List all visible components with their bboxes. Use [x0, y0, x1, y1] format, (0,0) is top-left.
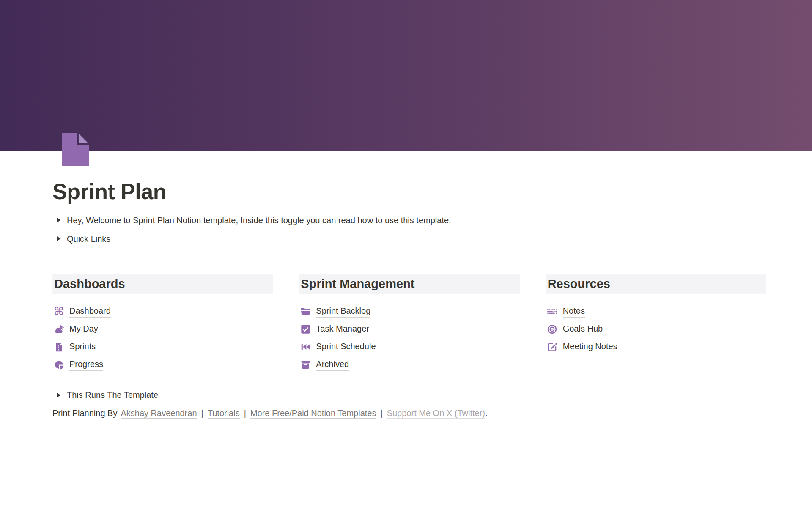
- toggle-runs-template-label: This Runs The Template: [67, 389, 158, 401]
- page-link-dashboard[interactable]: ⌘ Dashboard: [52, 302, 273, 320]
- footer-period: .: [485, 408, 488, 418]
- toggle-runs-template[interactable]: This Runs The Template: [52, 389, 766, 401]
- toggle-welcome-label: Hey, Welcome to Sprint Plan Notion templ…: [67, 214, 451, 227]
- divider: [52, 298, 273, 298]
- toggle-triangle-icon: [56, 236, 61, 241]
- separator: |: [380, 408, 382, 418]
- pie-chart-icon: [53, 359, 64, 370]
- toggle-quick-links-label: Quick Links: [67, 233, 110, 245]
- page-link-sprint-schedule[interactable]: Sprint Schedule: [299, 338, 519, 356]
- page-title: Sprint Plan: [52, 179, 766, 205]
- toggle-triangle-icon: [56, 392, 61, 398]
- folder-icon: [300, 306, 311, 317]
- page-content: Sprint Plan Hey, Welcome to Sprint Plan …: [52, 151, 766, 419]
- toggle-triangle-icon: [56, 217, 61, 223]
- author-link[interactable]: Akshay Raveendran: [121, 408, 197, 419]
- page-icon: [53, 341, 64, 352]
- page-link-meeting-notes[interactable]: Meeting Notes: [546, 338, 766, 356]
- divider: [52, 382, 766, 382]
- keyboard-icon: [547, 306, 558, 317]
- column-header-dashboards: Dashboards: [52, 274, 273, 294]
- page-link-sprints[interactable]: Sprints: [52, 338, 273, 356]
- column-sprint-management: Sprint Management Sprint Backlog: [299, 274, 519, 373]
- page-link-archived[interactable]: Archived: [299, 356, 519, 373]
- link-columns: Dashboards ⌘ Dashboard: [52, 274, 766, 373]
- page-link-goals-hub[interactable]: Goals Hub: [546, 320, 766, 338]
- page-link-task-manager[interactable]: Task Manager: [299, 320, 519, 338]
- separator: |: [244, 408, 246, 418]
- column-header-sprint-management: Sprint Management: [299, 274, 519, 294]
- rewind-icon: [300, 341, 311, 352]
- link-list: ⌘ Dashboard My Day: [52, 302, 273, 373]
- page-cover: [0, 0, 812, 151]
- archive-icon: [300, 359, 311, 370]
- page-link-notes[interactable]: Notes: [546, 302, 766, 320]
- column-header-resources: Resources: [546, 274, 766, 294]
- sun-behind-cloud-icon: [53, 323, 64, 334]
- divider: [546, 298, 766, 298]
- separator: |: [201, 408, 203, 418]
- column-resources: Resources Notes: [546, 274, 766, 373]
- footer-credits: Print Planning ByAkshay Raveendran|Tutor…: [52, 407, 766, 419]
- checkbox-icon: [300, 323, 311, 334]
- tutorials-link[interactable]: Tutorials: [208, 408, 240, 419]
- column-dashboards: Dashboards ⌘ Dashboard: [52, 274, 273, 373]
- page-link-progress[interactable]: Progress: [52, 356, 273, 373]
- link-list: Notes Goals Hub: [546, 302, 766, 356]
- edit-icon: [547, 341, 558, 352]
- toggle-quick-links[interactable]: Quick Links: [52, 233, 766, 245]
- divider: [299, 298, 519, 298]
- divider: [52, 252, 766, 252]
- page-link-my-day[interactable]: My Day: [52, 320, 273, 338]
- command-icon: ⌘: [53, 306, 64, 317]
- templates-link[interactable]: More Free/Paid Notion Templates: [250, 408, 376, 419]
- support-link[interactable]: Support Me On X (Twitter): [387, 408, 485, 419]
- footer-prefix: Print Planning By: [52, 408, 117, 418]
- target-icon: [547, 323, 558, 334]
- link-list: Sprint Backlog Task Manager: [299, 302, 519, 373]
- page-link-sprint-backlog[interactable]: Sprint Backlog: [299, 302, 519, 320]
- toggle-welcome[interactable]: Hey, Welcome to Sprint Plan Notion templ…: [52, 214, 766, 227]
